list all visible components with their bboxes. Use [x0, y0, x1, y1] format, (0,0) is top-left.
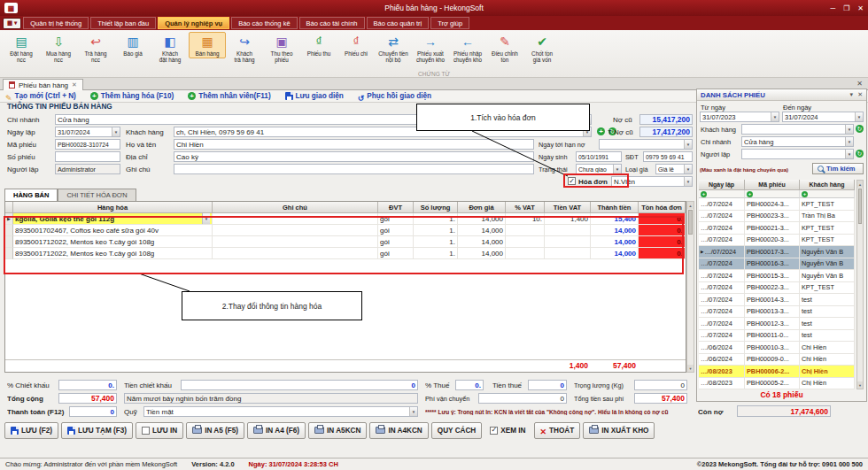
list-item[interactable]: …/07/2024PBH00015-3...Nguyễn Văn B — [699, 270, 855, 282]
cell-hang-hoa[interactable]: kgolia, Golia kẹo the gói 112g — [13, 213, 213, 225]
chevron-down-icon[interactable] — [855, 112, 863, 121]
so-phieu-field[interactable] — [55, 151, 120, 162]
filter-icon[interactable] — [747, 191, 753, 197]
menu-tab-1[interactable]: Thiết lập ban đầu — [90, 17, 156, 29]
column-header-0[interactable]: Hàng hóa — [13, 202, 213, 213]
column-header-ngay-lap[interactable]: Ngày lập — [699, 180, 745, 190]
quy-cach-button[interactable]: QUY CÁCH — [431, 422, 483, 439]
list-item[interactable]: …/07/2024PBH00011-0...test — [699, 330, 855, 343]
ngay-toi-han-no-datepicker[interactable] — [599, 139, 693, 150]
cell-so-luong[interactable]: 1. — [414, 213, 458, 225]
ghi-chu-field[interactable] — [174, 164, 534, 174]
cell-thanh-tien[interactable]: 14,000 — [591, 248, 639, 259]
create-new-button[interactable]: Tạo mới (Ctrl + N) — [5, 89, 76, 104]
list-item[interactable]: …/07/2024PBH00020-3...KPT_TEST — [699, 235, 855, 247]
phieu-nhap-chuyen-kho-button[interactable]: ←Phiếu nhập chuyển kho — [449, 32, 486, 65]
list-item[interactable]: …/06/2024PBH00009-0...Chi Hiền — [699, 354, 855, 366]
cell-so-luong[interactable]: 1. — [414, 225, 458, 236]
chevron-down-icon[interactable] — [771, 112, 779, 121]
close-button[interactable]: ✕ — [857, 4, 864, 12]
in-xuat-kho-button[interactable]: IN XUẤT KHO — [583, 422, 655, 439]
list-item[interactable]: …/07/2024PBH00024-3...KPT_TEST — [699, 198, 855, 211]
phieu-chi-button[interactable]: ₫Phiếu chi — [337, 32, 375, 58]
chevron-down-icon[interactable] — [409, 407, 417, 416]
list-item[interactable]: …/06/2024PBH00010-3...Chi Hiền — [699, 342, 855, 354]
checkbox-unchecked-icon[interactable] — [142, 427, 150, 435]
tien-thue-field[interactable]: 0 — [528, 380, 567, 390]
search-button[interactable]: Tìm kiếm — [812, 163, 864, 174]
filter-icon[interactable] — [701, 191, 707, 197]
app-menu-button[interactable]: ▦ ▾ — [3, 18, 21, 29]
scrollbar-thumb[interactable] — [688, 210, 693, 235]
ban-hang-button[interactable]: ▦Bán hàng — [189, 32, 226, 58]
add-employee-button[interactable]: Thêm nhân viên(F11) — [188, 92, 270, 100]
ma-phieu-field[interactable]: PBH00028-310724 — [55, 139, 120, 150]
column-header-khach-hang[interactable]: Khách hàng — [800, 180, 855, 190]
save-print-button[interactable]: LƯU IN — [136, 422, 183, 439]
menu-tab-6[interactable]: Trợ giúp — [430, 17, 469, 29]
phieu-thu-button[interactable]: ₫Phiếu thu — [300, 32, 337, 58]
phi-van-chuyen-field[interactable]: 0 — [478, 393, 567, 404]
tra-hang-ncc-button[interactable]: ↩Trả hàng ncc — [77, 32, 114, 65]
chuyen-tien-noi-bo-button[interactable]: ⇄Chuyển tiền nội bộ — [375, 32, 412, 65]
cell-dvt[interactable]: gói — [378, 248, 414, 259]
column-header-3[interactable]: Số lượng — [414, 202, 458, 213]
cell-so-luong[interactable]: 1. — [414, 236, 458, 248]
dieu-chinh-ton-button[interactable]: ✎Điều chỉnh tồn — [486, 32, 523, 65]
add-customer-icon[interactable] — [597, 127, 605, 135]
cell-so-luong[interactable]: 1. — [414, 248, 458, 259]
list-item[interactable]: …/07/2024PBH00012-3...test — [699, 318, 855, 330]
thue-pct-field[interactable]: 0. — [455, 380, 484, 390]
print-a4-button[interactable]: IN A4 (F6) — [247, 422, 306, 439]
table-row[interactable]: 8935001712022, Mentos keo T.cây gói 108g… — [5, 236, 686, 248]
phieu-xuat-chuyen-kho-button[interactable]: →Phiếu xuất chuyển kho — [412, 32, 449, 65]
scrollbar-thumb[interactable] — [858, 189, 862, 224]
list-item[interactable]: …/07/2024PBH00023-3...Trần Thị Ba — [699, 211, 855, 223]
list-item[interactable]: …/07/2024PBH00021-3...KPT_TEST — [699, 222, 855, 235]
loai-gia-combobox[interactable]: Giá lẻ — [655, 164, 693, 174]
nhan-vien-combobox[interactable]: N.Viên — [611, 176, 693, 187]
cell-thanh-tien[interactable]: 14,000 — [591, 225, 639, 236]
column-header-4[interactable]: Đơn giá — [458, 202, 506, 213]
panel-khach-hang-combobox[interactable] — [741, 124, 854, 135]
menu-tab-5[interactable]: Báo cáo quản trị — [367, 17, 430, 29]
restore-layout-button[interactable]: Phục hồi giao diện — [358, 89, 431, 104]
cell-ghi-chu[interactable] — [213, 225, 378, 236]
chevron-down-icon[interactable] — [613, 165, 621, 173]
column-header-1[interactable]: Ghi chú — [213, 202, 378, 213]
trong-luong-field[interactable]: 0 — [634, 380, 687, 390]
list-item[interactable]: …/08/2023PBH00005-2...Chị Hiền — [699, 378, 855, 390]
cell-ghi-chu[interactable] — [213, 213, 378, 225]
chevron-down-icon[interactable] — [845, 125, 853, 134]
dia-chi-field[interactable]: Cao kỳ — [174, 151, 534, 162]
khach-tra-hang-button[interactable]: ↪Khách trả hàng — [226, 32, 263, 65]
add-product-button[interactable]: Thêm hàng hóa (F10) — [90, 92, 174, 100]
cell-ton[interactable]: 0. — [639, 236, 686, 248]
ho-va-ten-field[interactable]: Chi Hiền — [174, 139, 534, 150]
panel-scrollbar[interactable]: ▲ ▼ — [856, 180, 864, 389]
cell-ton[interactable]: 0. — [639, 213, 686, 225]
panel-nguoi-lap-combobox[interactable] — [741, 149, 854, 159]
panel-chi-nhanh-combobox[interactable]: Cửa hàng — [741, 136, 854, 147]
cell-tien-vat[interactable] — [545, 225, 591, 236]
chevron-down-icon[interactable] — [684, 177, 692, 186]
chevron-down-icon[interactable] — [202, 213, 210, 224]
chevron-down-icon[interactable] — [112, 127, 120, 136]
cell-vat-pct[interactable] — [506, 248, 545, 259]
cell-hang-hoa[interactable]: 8935001702467, Coftos keo café sữa gói 4… — [13, 225, 213, 236]
chevron-down-icon[interactable] — [845, 137, 853, 146]
column-header-7[interactable]: Thành tiền — [591, 202, 639, 213]
tab-hang-ban[interactable]: HÀNG BÁN — [4, 189, 58, 201]
cell-don-gia[interactable]: 14,000 — [458, 213, 506, 225]
chevron-down-icon[interactable] — [684, 140, 692, 149]
column-header-ma-phieu[interactable]: Mã phiếu — [745, 180, 800, 190]
cell-hang-hoa[interactable]: 8935001712022, Mentos keo T.cây gói 108g — [13, 236, 213, 248]
cell-dvt[interactable]: gói — [378, 213, 414, 225]
trang-thai-combobox[interactable]: Chưa giao — [576, 164, 622, 174]
filter-icon[interactable] — [802, 191, 808, 197]
list-item[interactable]: …/07/2024PBH00016-3...Nguyễn Văn B — [699, 258, 855, 271]
save-button[interactable]: LƯU (F2) — [4, 422, 58, 439]
cell-vat-pct[interactable] — [506, 225, 545, 236]
hoa-don-checkbox[interactable] — [568, 177, 576, 185]
print-a5-button[interactable]: IN A5 (F5) — [186, 422, 244, 439]
